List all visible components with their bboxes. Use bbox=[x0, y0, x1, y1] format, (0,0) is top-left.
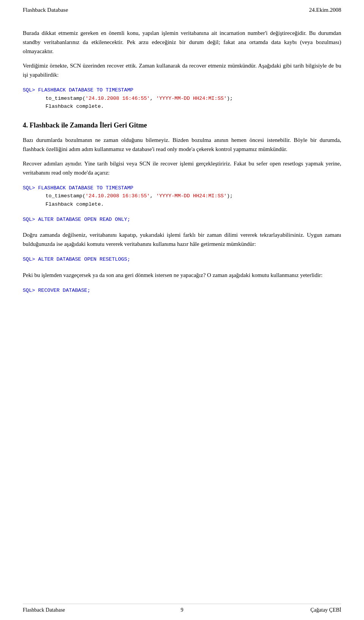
paragraph-1: Burada dikkat etmemiz gereken en önemli … bbox=[23, 28, 341, 56]
footer-left-text: Flashback Database bbox=[23, 607, 65, 613]
page-footer: Flashback Database 9 Çağatay ÇEBİ bbox=[23, 604, 341, 613]
code2-keyword1: SQL> FLASHBACK DATABASE TO TIMESTAMP bbox=[23, 185, 133, 191]
page-container: Flashback Database 24.Ekim.2008 Burada d… bbox=[0, 0, 364, 620]
code-block-3: SQL> ALTER DATABASE OPEN READ ONLY; bbox=[23, 216, 341, 224]
header-date: 24.Ekim.2008 bbox=[309, 7, 341, 13]
code2-line2: to_timestamp('24.10.2008 16:36:55', 'YYY… bbox=[23, 192, 341, 200]
header-title: Flashback Database bbox=[23, 7, 68, 13]
code3-line1: SQL> ALTER DATABASE OPEN READ ONLY; bbox=[23, 216, 341, 224]
code1-line2: to_timestamp('24.10.2008 16:46:55', 'YYY… bbox=[23, 94, 341, 103]
paragraph-4: Recover adımları aynıdır. Yine tarih bil… bbox=[23, 159, 341, 177]
code4-line1: SQL> ALTER DATABASE OPEN RESETLOGS; bbox=[23, 255, 341, 264]
paragraph-5: Doğru zamanda değilseniz, veritabanını k… bbox=[23, 230, 341, 249]
section-4-heading: 4. Flashback ile Zamanda İleri Geri Gitm… bbox=[23, 121, 341, 129]
code5-line1: SQL> RECOVER DATABASE; bbox=[23, 286, 341, 295]
code1-line1: SQL> FLASHBACK DATABASE TO TIMESTAMP bbox=[23, 86, 341, 94]
code2-line3: Flashback complete. bbox=[23, 200, 341, 209]
code-block-5: SQL> RECOVER DATABASE; bbox=[23, 286, 341, 295]
paragraph-3: Bazı durumlarda bozulmanın ne zaman oldu… bbox=[23, 135, 341, 154]
content-area: Burada dikkat etmemiz gereken en önemli … bbox=[23, 28, 341, 294]
code-block-4: SQL> ALTER DATABASE OPEN RESETLOGS; bbox=[23, 255, 341, 264]
paragraph-6: Peki bu işlemden vazgeçersek ya da son a… bbox=[23, 271, 341, 280]
code2-line1: SQL> FLASHBACK DATABASE TO TIMESTAMP bbox=[23, 184, 341, 192]
code1-line3: Flashback complete. bbox=[23, 102, 341, 111]
code3-keyword1: SQL> ALTER DATABASE OPEN READ ONLY; bbox=[23, 217, 130, 222]
footer-right-text: Çağatay ÇEBİ bbox=[311, 607, 341, 613]
code-block-2: SQL> FLASHBACK DATABASE TO TIMESTAMP to_… bbox=[23, 184, 341, 209]
code4-keyword1: SQL> ALTER DATABASE OPEN RESETLOGS; bbox=[23, 256, 130, 262]
page-header: Flashback Database 24.Ekim.2008 bbox=[23, 0, 341, 17]
code5-keyword1: SQL> RECOVER DATABASE; bbox=[23, 288, 90, 293]
code-block-1: SQL> FLASHBACK DATABASE TO TIMESTAMP to_… bbox=[23, 86, 341, 111]
footer-page-number: 9 bbox=[181, 607, 184, 613]
code1-keyword1: SQL> FLASHBACK DATABASE TO TIMESTAMP bbox=[23, 87, 133, 93]
paragraph-2: Verdiğimiz örnekte, SCN üzerinden recove… bbox=[23, 61, 341, 79]
